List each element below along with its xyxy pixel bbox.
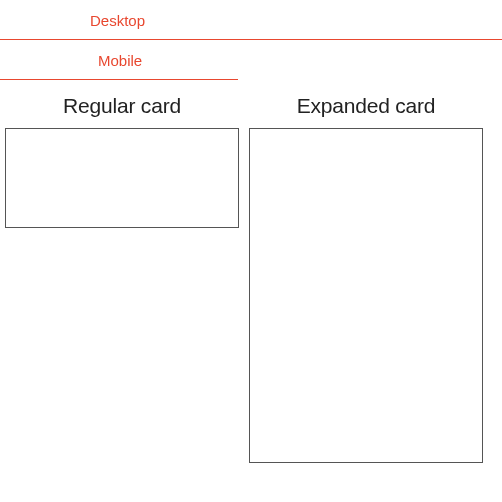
regular-card-title: Regular card xyxy=(63,94,181,128)
tabs-container: Desktop Mobile xyxy=(0,0,502,80)
expanded-card-box xyxy=(249,128,483,463)
tab-mobile[interactable]: Mobile xyxy=(0,40,238,80)
tab-desktop[interactable]: Desktop xyxy=(0,0,502,40)
cards-row: Regular card Expanded card xyxy=(0,80,502,463)
regular-card-column: Regular card xyxy=(4,94,240,463)
expanded-card-column: Expanded card xyxy=(248,94,484,463)
expanded-card-title: Expanded card xyxy=(297,94,436,128)
regular-card-box xyxy=(5,128,239,228)
